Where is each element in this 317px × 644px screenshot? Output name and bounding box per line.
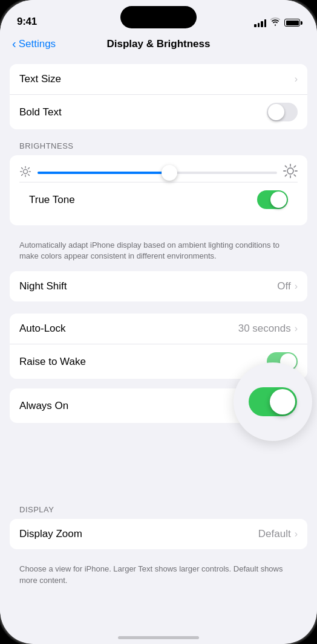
always-on-container: Always On: [10, 388, 307, 423]
night-shift-row[interactable]: Night Shift Off ›: [10, 271, 307, 301]
phone-frame: 9:41: [0, 0, 317, 644]
always-on-toggle-thumb: [270, 389, 295, 414]
brightness-high-icon: [283, 164, 298, 182]
display-zoom-value: Default: [258, 528, 291, 540]
phone-screen: 9:41: [0, 0, 317, 644]
wifi-icon: [270, 18, 280, 28]
display-zoom-row[interactable]: Display Zoom Default ›: [10, 519, 307, 549]
brightness-low-icon: [19, 166, 31, 179]
brightness-section-label: BRIGHTNESS: [0, 141, 317, 155]
night-shift-value: Off: [277, 280, 290, 292]
status-time: 9:41: [17, 16, 37, 28]
display-zoom-chevron-icon: ›: [295, 529, 298, 539]
night-shift-chevron-icon: ›: [295, 281, 298, 292]
svg-line-7: [28, 168, 30, 169]
svg-point-0: [24, 170, 28, 174]
display-zoom-group: Display Zoom Default ›: [10, 519, 307, 549]
display-zoom-description: Choose a view for iPhone. Larger Text sh…: [0, 559, 317, 595]
bold-text-label: Bold Text: [19, 106, 267, 118]
night-shift-label: Night Shift: [19, 280, 277, 292]
auto-lock-chevron-icon: ›: [295, 323, 298, 334]
svg-line-17: [286, 175, 287, 176]
brightness-thumb: [162, 165, 177, 181]
brightness-slider[interactable]: [38, 172, 277, 174]
brightness-slider-row[interactable]: [19, 164, 298, 182]
display-zoom-label: Display Zoom: [19, 528, 258, 540]
svg-line-15: [294, 175, 295, 176]
svg-point-9: [287, 168, 293, 174]
text-size-row[interactable]: Text Size ›: [10, 64, 307, 94]
bold-text-toggle-thumb: [268, 104, 284, 120]
nav-bar: ‹ Settings Display & Brightness: [0, 33, 317, 57]
svg-line-6: [28, 175, 30, 176]
svg-line-8: [22, 175, 23, 176]
always-on-toggle[interactable]: [249, 387, 297, 416]
brightness-fill: [38, 172, 169, 174]
true-tone-row[interactable]: True Tone: [19, 182, 298, 217]
page-title: Display & Brightness: [107, 38, 211, 50]
status-icons: [254, 18, 300, 28]
settings-content: Text Size › Bold Text BRIGHTNESS: [0, 57, 317, 626]
text-size-label: Text Size: [19, 73, 295, 85]
home-indicator: [118, 636, 199, 639]
battery-icon: [284, 19, 300, 27]
true-tone-toggle-thumb: [270, 192, 287, 208]
raise-to-wake-label: Raise to Wake: [19, 356, 267, 368]
auto-lock-value: 30 seconds: [238, 323, 291, 335]
dynamic-island: [120, 6, 197, 28]
svg-line-16: [294, 166, 295, 167]
back-button[interactable]: ‹ Settings: [12, 37, 56, 51]
brightness-group: True Tone: [10, 155, 307, 225]
text-size-chevron-icon: ›: [295, 74, 298, 85]
signal-icon: [254, 19, 266, 27]
true-tone-toggle[interactable]: [257, 190, 288, 209]
true-tone-description: Automatically adapt iPhone display based…: [0, 235, 317, 271]
always-on-label: Always On: [19, 400, 267, 412]
svg-line-14: [286, 166, 287, 167]
true-tone-label: True Tone: [29, 194, 257, 206]
display-section-label: DISPLAY: [0, 505, 317, 519]
auto-lock-label: Auto-Lock: [19, 323, 238, 335]
bold-text-toggle[interactable]: [267, 103, 298, 121]
night-shift-group: Night Shift Off ›: [10, 271, 307, 301]
magnified-toggle-container: [234, 362, 312, 441]
auto-lock-row[interactable]: Auto-Lock 30 seconds ›: [10, 314, 307, 344]
status-bar: 9:41: [0, 0, 317, 33]
back-chevron-icon: ‹: [12, 37, 16, 51]
bold-text-row[interactable]: Bold Text: [10, 94, 307, 129]
svg-line-5: [22, 168, 23, 169]
back-label: Settings: [19, 38, 56, 50]
text-settings-group: Text Size › Bold Text: [10, 64, 307, 129]
